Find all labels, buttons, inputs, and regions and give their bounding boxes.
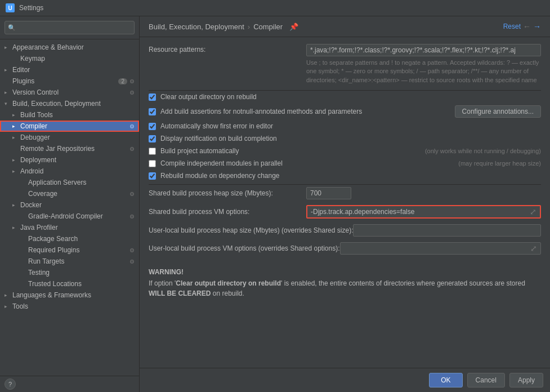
sidebar-item-build-execution[interactable]: ▾ Build, Execution, Deployment [0, 98, 139, 109]
sidebar-item-deployment[interactable]: ▸ Deployment [0, 154, 139, 166]
sidebar-item-gradle-android[interactable]: Gradle-Android Compiler ⚙ [0, 211, 139, 222]
title-bar: U Settings [0, 0, 550, 16]
sidebar-item-label: Compiler [20, 122, 128, 130]
help-button[interactable]: ? [5, 378, 16, 390]
sidebar-item-appearance[interactable]: ▸ Appearance & Behavior [0, 42, 139, 53]
vm-expand-icon[interactable]: ⤢ [526, 206, 540, 217]
sidebar-item-label: Run Targets [28, 257, 128, 265]
window-title: Settings [19, 4, 43, 12]
breadcrumb: Build, Execution, Deployment › Compiler … [149, 23, 298, 31]
sidebar-item-languages[interactable]: ▸ Languages & Frameworks [0, 289, 139, 301]
local-heap-input[interactable] [354, 225, 540, 236]
local-vm-row: User-local build process VM options (ove… [149, 242, 541, 255]
sidebar-item-build-tools[interactable]: ▸ Build Tools [0, 109, 139, 121]
local-vm-expand-icon[interactable]: ⤢ [527, 243, 540, 254]
sidebar-item-app-servers[interactable]: Application Servers [0, 177, 139, 188]
search-input[interactable] [5, 21, 135, 34]
sidebar-item-coverage[interactable]: Coverage ⚙ [0, 188, 139, 199]
arrow-icon: ▸ [5, 67, 12, 73]
sidebar-item-tools[interactable]: ▸ Tools [0, 301, 139, 312]
auto-show-error-checkbox[interactable] [149, 123, 156, 130]
local-vm-label: User-local build process VM options (ove… [149, 244, 340, 252]
display-notification-row: Display notification on build completion [149, 135, 541, 142]
apply-button[interactable]: Apply [509, 373, 543, 387]
sidebar-item-trusted-locations[interactable]: Trusted Locations [0, 278, 139, 289]
sidebar-item-run-targets[interactable]: Run Targets ⚙ [0, 256, 139, 267]
sidebar-item-label: Deployment [20, 156, 135, 164]
settings-icon: ⚙ [129, 146, 135, 152]
breadcrumb-part1: Build, Execution, Deployment [149, 23, 244, 31]
main-panel: Build, Execution, Deployment › Compiler … [140, 16, 550, 392]
compile-parallel-checkbox[interactable] [149, 160, 156, 167]
display-notification-checkbox[interactable] [149, 135, 156, 142]
build-auto-row: Build project automatically (only works … [149, 147, 541, 155]
local-vm-input[interactable] [341, 243, 527, 254]
display-notification-label: Display notification on build completion [160, 135, 277, 142]
bottom-bar: OK Cancel Apply [140, 368, 550, 392]
header-actions: Reset ← → [503, 22, 541, 31]
sidebar-item-compiler[interactable]: ▸ Compiler ⚙ [0, 121, 139, 132]
local-heap-row: User-local build process heap size (Mbyt… [149, 224, 541, 237]
forward-button[interactable]: → [533, 22, 541, 31]
ok-button[interactable]: OK [429, 373, 462, 387]
auto-show-error-row: Automatically show first error in editor [149, 122, 541, 130]
arrow-icon: ▸ [5, 90, 12, 95]
configure-annotations-button[interactable]: Configure annotations... [455, 105, 541, 118]
resource-patterns-input[interactable] [306, 44, 541, 56]
sidebar-item-package-search[interactable]: Package Search [0, 233, 139, 244]
settings-icon: ⚙ [129, 191, 135, 197]
divider1 [149, 90, 541, 91]
sidebar-item-android[interactable]: ▸ Android [0, 166, 139, 177]
sidebar-item-plugins[interactable]: Plugins 2 ⚙ [0, 75, 139, 87]
sidebar-item-testing[interactable]: Testing [0, 267, 139, 278]
sidebar-item-label: Keymap [20, 55, 135, 63]
build-auto-note: (only works while not running / debuggin… [425, 148, 541, 154]
sidebar-item-remote-jar[interactable]: Remote Jar Repositories ⚙ [0, 143, 139, 154]
sidebar-item-label: Remote Jar Repositories [20, 145, 128, 153]
warning-text: If option 'Clear output directory on reb… [149, 278, 541, 299]
sidebar-item-label: Docker [20, 201, 135, 209]
arrow-icon: ▸ [12, 225, 20, 230]
arrow-icon: ▸ [5, 44, 12, 50]
heap-size-input[interactable] [306, 187, 351, 199]
back-button[interactable]: ← [523, 22, 531, 31]
app-icon: U [6, 3, 15, 12]
resource-patterns-row: Resource patterns: Use ; to separate pat… [149, 44, 541, 84]
resource-patterns-hint: Use ; to separate patterns and ! to nega… [306, 59, 541, 84]
sidebar-item-version-control[interactable]: ▸ Version Control ⚙ [0, 87, 139, 98]
sidebar-item-keymap[interactable]: Keymap [0, 53, 139, 64]
resource-patterns-control: Use ; to separate patterns and ! to nega… [306, 44, 541, 84]
arrow-icon: ▸ [12, 157, 20, 163]
sidebar-item-editor[interactable]: ▸ Editor [0, 64, 139, 75]
build-auto-label: Build project automatically [160, 147, 418, 155]
sidebar-item-docker[interactable]: ▸ Docker [0, 199, 139, 211]
sidebar-item-required-plugins[interactable]: Required Plugins ⚙ [0, 244, 139, 256]
clear-output-label: Clear output directory on rebuild [160, 93, 257, 101]
cancel-button[interactable]: Cancel [467, 373, 505, 387]
build-auto-checkbox[interactable] [149, 148, 156, 155]
vm-options-label: Shared build process VM options: [149, 208, 306, 216]
arrow-icon: ▸ [12, 168, 20, 174]
auto-show-error-label: Automatically show first error in editor [160, 122, 273, 130]
rebuild-module-checkbox[interactable] [149, 172, 156, 180]
settings-icon: ⚙ [129, 259, 135, 265]
sidebar-item-label: Package Search [28, 235, 135, 243]
sidebar-item-label: Build Tools [20, 111, 135, 119]
add-assertions-checkbox[interactable] [149, 108, 156, 115]
sidebar-item-java-profiler[interactable]: ▸ Java Profiler [0, 222, 139, 233]
reset-button[interactable]: Reset [503, 23, 521, 30]
arrow-icon: ▸ [12, 112, 20, 118]
settings-form: Resource patterns: Use ; to separate pat… [140, 37, 550, 368]
clear-output-checkbox[interactable] [149, 93, 156, 101]
resource-patterns-label: Resource patterns: [149, 44, 306, 54]
settings-icon: ⚙ [129, 213, 135, 220]
local-heap-label: User-local build process heap size (Mbyt… [149, 226, 353, 234]
search-icon: 🔍 [8, 24, 16, 32]
vm-options-input[interactable] [307, 206, 526, 217]
sidebar-item-label: Java Profiler [20, 224, 135, 231]
warning-title: WARNING! [149, 268, 541, 276]
arrow-icon: ▸ [12, 135, 20, 140]
local-vm-input-wrap: ⤢ [340, 242, 542, 255]
sidebar-item-debugger[interactable]: ▸ Debugger [0, 132, 139, 143]
vm-options-input-wrap: ⤢ [306, 205, 541, 219]
